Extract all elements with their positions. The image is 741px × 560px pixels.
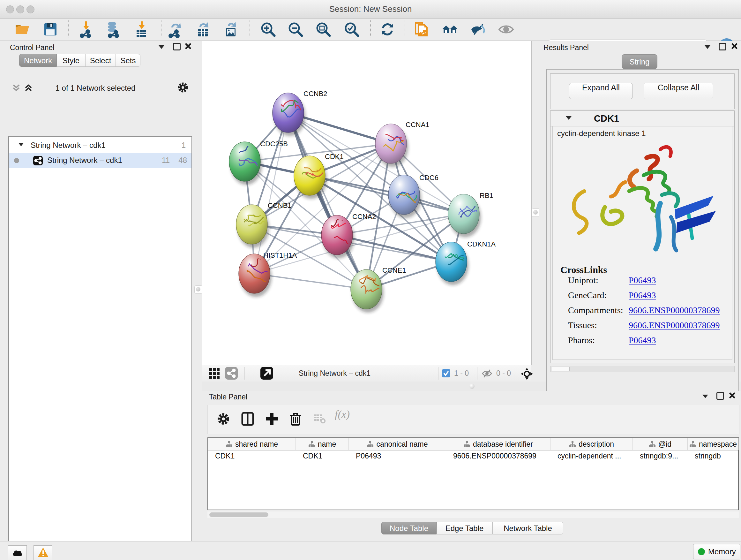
open-session-icon[interactable] [14,21,30,38]
network-node-CCNB1[interactable] [236,205,269,248]
column-header-name[interactable]: name [296,438,349,450]
network-node-HIST1H1A[interactable] [239,254,272,297]
network-row-selected[interactable]: String Network – cdk1 11 48 [9,153,192,168]
panel-collapse-icon[interactable] [702,395,708,398]
tab-network-table[interactable]: Network Table [492,522,563,535]
network-collection-row[interactable]: String Network – cdk1 1 [9,138,192,153]
crosslink-link[interactable]: P06493 [629,290,656,300]
crosslink-link[interactable]: 9606.ENSP00000378699 [629,305,720,315]
results-scrollbar[interactable] [550,366,735,372]
panel-collapse-icon[interactable] [158,45,164,49]
panel-float-icon[interactable] [173,43,181,51]
show-all-icon[interactable] [498,21,515,38]
cell-description[interactable]: cyclin-dependent ... [550,450,633,462]
collection-expand-icon[interactable] [18,143,23,146]
tab-select[interactable]: Select [85,54,116,67]
cell-shared-name[interactable]: CDK1 [208,450,296,462]
table-options-gear-icon[interactable] [216,412,232,428]
toolbar-separator [68,20,69,38]
column-header-database-identifier[interactable]: database identifier [446,438,550,450]
cell--id[interactable]: stringdb:9... [633,450,688,462]
crosslink-link[interactable]: 9606.ENSP00000378699 [629,320,720,330]
network-node-CDKN1A[interactable] [435,242,471,285]
panel-close-icon[interactable] [731,43,737,49]
network-node-CCNB2[interactable] [273,93,306,136]
network-graph[interactable]: CCNB2CCNA1CDC25BCDK1CDC6RB1CCNB1CCNA2CDK… [202,41,531,365]
network-node-CDK1[interactable] [294,156,327,199]
network-node-CDC25B[interactable] [229,142,263,185]
network-node-RB1[interactable] [448,194,481,237]
tab-network[interactable]: Network [19,54,57,67]
panel-float-icon[interactable] [719,43,726,51]
zoom-selected-icon[interactable] [343,21,360,38]
zoom-fit-icon[interactable] [315,21,332,38]
cloud-status-button[interactable] [8,545,27,560]
protein-structure-image [562,142,722,260]
table-scrollbar-thumb[interactable] [209,512,268,517]
toolbar-separator [161,20,161,38]
cell-canonical-name[interactable]: P06493 [349,450,446,462]
open-in-browser-icon[interactable] [260,367,273,380]
refresh-icon[interactable] [379,21,396,38]
panel-float-icon[interactable] [717,392,724,400]
node-table[interactable]: shared namenamecanonical namedatabase id… [207,437,739,510]
export-table-icon[interactable] [195,21,212,38]
expand-all-button[interactable]: Expand All [569,83,633,99]
create-column-icon[interactable] [265,412,280,428]
network-canvas[interactable]: CCNB2CCNA1CDC25BCDK1CDC6RB1CCNB1CCNA2CDK… [202,41,531,365]
clone-network-icon[interactable] [414,21,430,38]
entry-collapse-icon[interactable] [566,116,571,120]
birds-eye-view-icon[interactable] [208,368,220,380]
panel-collapse-icon[interactable] [704,45,711,49]
right-splitter-handle[interactable] [532,208,540,217]
column-header-namespace[interactable]: namespace [688,438,739,450]
entry-header[interactable]: CDK1 [550,111,734,126]
import-network-database-icon[interactable] [105,21,122,38]
table-row[interactable]: CDK1CDK1P064939606.ENSP00000378699cyclin… [208,450,738,462]
crosslink-link[interactable]: P06493 [629,335,656,346]
column-header--id[interactable]: @id [633,438,688,450]
network-node-CCNE1[interactable] [351,269,384,313]
column-header-description[interactable]: description [550,438,633,450]
save-session-icon[interactable] [42,21,59,38]
memory-button[interactable]: Memory [693,544,740,559]
right-splitter[interactable] [531,41,540,365]
column-header-shared-name[interactable]: shared name [208,438,296,450]
zoom-out-icon[interactable] [287,21,304,38]
collapse-all-button[interactable]: Collapse All [644,83,713,99]
fit-content-crosshair-icon[interactable] [521,368,533,380]
panel-close-icon[interactable] [729,392,735,398]
selected-checkbox-icon[interactable] [442,369,450,377]
tab-sets[interactable]: Sets [116,54,140,67]
network-options-gear-icon[interactable] [177,81,189,94]
panel-close-icon[interactable] [185,43,191,49]
horizontal-splitter-handle[interactable] [469,384,475,389]
string-view-icon[interactable] [225,367,238,380]
results-scrollbar-thumb[interactable] [551,367,569,371]
warnings-button[interactable] [33,545,52,560]
crosslink-link[interactable]: P06493 [629,275,656,286]
left-splitter-handle[interactable] [194,286,203,294]
import-table-file-icon[interactable] [133,21,150,38]
network-node-CCNA2[interactable] [321,215,354,258]
network-node-CDC6[interactable] [388,175,421,218]
first-neighbors-icon[interactable] [442,21,459,38]
tab-string[interactable]: String [622,54,657,69]
table-scrollbar[interactable] [207,511,739,518]
hide-selected-icon[interactable] [470,21,487,38]
node-label-CDC6: CDC6 [419,174,439,182]
export-image-icon[interactable] [223,21,239,38]
cell-name[interactable]: CDK1 [296,450,349,462]
show-columns-icon[interactable] [240,412,256,428]
column-header-canonical-name[interactable]: canonical name [349,438,446,450]
cell-namespace[interactable]: stringdb [688,450,739,462]
delete-column-icon[interactable] [288,412,304,428]
tab-edge-table[interactable]: Edge Table [436,522,492,535]
cell-database-identifier[interactable]: 9606.ENSP00000378699 [446,450,550,462]
left-splitter[interactable] [195,41,202,538]
tab-node-table[interactable]: Node Table [381,522,436,535]
tab-style[interactable]: Style [57,54,85,67]
zoom-in-icon[interactable] [260,21,276,38]
import-network-file-icon[interactable] [78,21,95,38]
export-network-icon[interactable] [167,21,184,38]
